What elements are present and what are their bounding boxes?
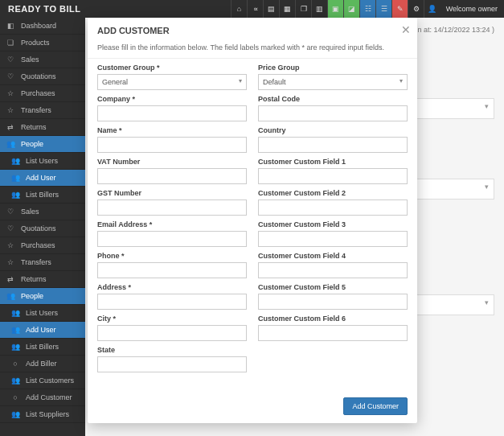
sidebar-label: Add User [26,174,56,182]
home-icon[interactable]: ⌂ [231,0,247,18]
sidebar-item-list-suppliers[interactable]: 👥List Suppliers [0,406,85,423]
ccf2-input[interactable] [258,199,408,216]
postal-input[interactable] [258,105,408,121]
customer-group-select[interactable]: General [97,74,247,90]
sidebar-icon: 👥 [11,326,19,334]
sidebar-item-returns[interactable]: ⇄Returns [0,119,85,136]
gst-label: GST Number [97,189,247,197]
ccf5-input[interactable] [258,294,408,310]
address-input[interactable] [97,294,247,310]
close-icon[interactable]: ✕ [401,24,411,35]
tb-icon-6[interactable]: ▥ [311,0,327,18]
sidebar-icon: ☆ [6,106,14,114]
tb-icon-blue[interactable]: ☷ [359,0,375,18]
sidebar-item-add-customer[interactable]: ○Add Customer [0,389,85,406]
sidebar-icon: 👥 [6,292,14,300]
modal-body: Customer Group * General Company * Name … [88,59,417,391]
sidebar-label: Transfers [21,258,51,266]
ccf3-input[interactable] [258,231,408,247]
sidebar-label: List Billers [26,343,59,351]
tb-icon-green[interactable]: ▣ [327,0,343,18]
sidebar-label: People [21,140,43,148]
price-group-select[interactable]: Default [258,74,408,90]
company-label: Company * [97,95,247,103]
sidebar-item-quotations[interactable]: ♡Quotations [0,68,85,85]
sidebar-item-list-billers[interactable]: 👥List Billers [0,339,85,356]
city-input[interactable] [97,325,247,341]
right-column: Price Group Default Postal Code Country … [258,64,408,388]
sidebar-icon: ♡ [6,208,14,216]
tb-icon-5[interactable]: ❐ [295,0,311,18]
sidebar-item-people[interactable]: 👥People [0,136,85,153]
chevron-down-icon: ▾ [485,183,489,191]
ccf1-input[interactable] [258,168,408,184]
user-icon[interactable]: 👤 [424,0,440,18]
sidebar-item-add-biller[interactable]: ○Add Biller [0,356,85,372]
phone-input[interactable] [97,262,247,278]
left-column: Customer Group * General Company * Name … [97,64,247,388]
sidebar-label: List Suppliers [26,410,69,418]
ccf6-input[interactable] [258,325,408,341]
ccf2-label: Customer Custom Field 2 [258,189,408,197]
sidebar-item-list-billers[interactable]: 👥List Billers [0,187,85,204]
sidebar-item-products[interactable]: ❏Products [0,35,85,51]
ccf4-input[interactable] [258,262,408,278]
top-bar: READY TO BILL ⌂ ∝ ▤ ▦ ❐ ▥ ▣ ◪ ☷ ☰ ✎ ⚙ 👤 … [0,0,504,18]
sidebar-icon: 👥 [6,140,14,148]
sidebar-item-returns[interactable]: ⇄Returns [0,271,85,288]
sidebar-item-sales[interactable]: ♡Sales [0,204,85,220]
sidebar-item-dashboard[interactable]: ◧Dashboard [0,18,85,35]
sidebar-item-purchases[interactable]: ☆Purchases [0,85,85,102]
tb-icon-4[interactable]: ▦ [279,0,295,18]
sidebar-icon: 👥 [11,410,19,418]
modal-footer: Add Customer [88,391,417,423]
tb-icon-green-2[interactable]: ◪ [343,0,359,18]
sidebar-label: Dashboard [21,22,56,30]
ccf6-label: Customer Custom Field 6 [258,315,408,323]
tb-icon-red[interactable]: ✎ [391,0,408,18]
name-input[interactable] [97,137,247,153]
company-input[interactable] [97,105,247,121]
sidebar-label: Purchases [21,241,55,249]
sidebar-icon: ❏ [6,39,14,47]
sidebar-item-people[interactable]: 👥People [0,288,85,305]
vat-label: VAT Number [97,158,247,166]
sidebar-icon: 👥 [11,157,19,165]
tb-icon-3[interactable]: ▤ [263,0,279,18]
sidebar-icon: ⇄ [6,123,14,131]
sidebar-item-add-user[interactable]: 👥Add User [0,170,85,187]
sidebar-item-quotations[interactable]: ♡Quotations [0,220,85,237]
sidebar-item-list-users[interactable]: 👥List Users [0,305,85,322]
sidebar-item-transfers[interactable]: ☆Transfers [0,254,85,271]
vat-input[interactable] [97,168,247,184]
country-label: Country [258,126,408,134]
sidebar: ◧Dashboard❏Products♡Sales♡Quotations☆Pur… [0,18,85,436]
gst-input[interactable] [97,199,247,216]
city-label: City * [97,315,247,323]
sidebar-item-add-user[interactable]: 👥Add User [0,322,85,339]
sidebar-icon: ○ [11,360,19,368]
email-input[interactable] [97,231,247,247]
sidebar-item-purchases[interactable]: ☆Purchases [0,237,85,254]
state-input[interactable] [97,356,247,372]
sidebar-icon: 👥 [11,174,19,182]
topbar-icons: ⌂ ∝ ▤ ▦ ❐ ▥ ▣ ◪ ☷ ☰ ✎ ⚙ 👤 [231,0,440,18]
sidebar-item-list-customers[interactable]: 👥List Customers [0,372,85,389]
sidebar-item-list-users[interactable]: 👥List Users [0,153,85,170]
sidebar-item-sales[interactable]: ♡Sales [0,51,85,68]
tb-icon-blue-2[interactable]: ☰ [375,0,391,18]
price-group-label: Price Group [258,64,408,72]
sidebar-label: Returns [21,123,47,131]
country-input[interactable] [258,137,408,153]
address-label: Address * [97,283,247,291]
name-label: Name * [97,126,247,134]
settings-icon[interactable]: ⚙ [408,0,424,18]
add-customer-button[interactable]: Add Customer [343,397,408,415]
state-label: State [97,346,247,354]
tb-icon-2[interactable]: ∝ [247,0,263,18]
sidebar-label: Products [21,39,50,47]
sidebar-label: Transfers [21,106,51,114]
sidebar-label: List Customers [26,376,74,385]
sidebar-item-transfers[interactable]: ☆Transfers [0,102,85,119]
sidebar-icon: ♡ [6,56,14,64]
